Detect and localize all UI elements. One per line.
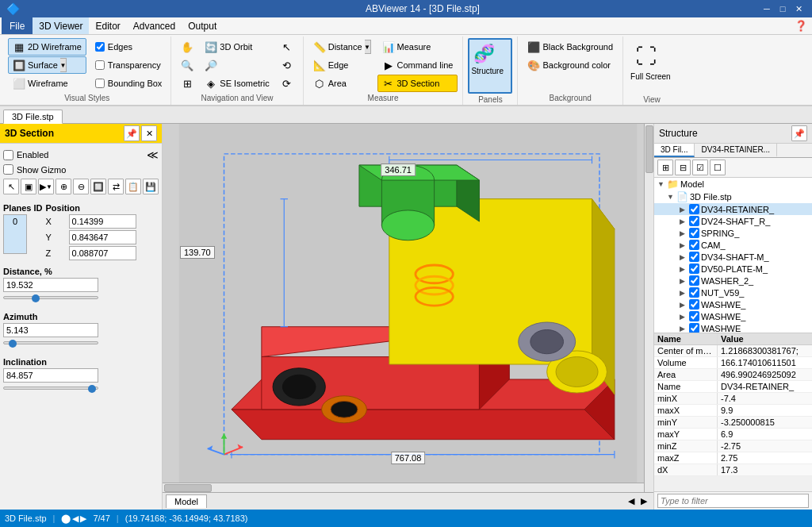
tool-del[interactable]: ⊖ bbox=[73, 179, 89, 194]
azimuth-slider-thumb[interactable] bbox=[9, 340, 17, 348]
section-close-button[interactable]: ✕ bbox=[141, 125, 157, 141]
struct-collapse-btn[interactable]: ⊟ bbox=[675, 160, 691, 175]
btn-zoom2[interactable]: 🔎 bbox=[200, 56, 274, 74]
inclination-slider-thumb[interactable] bbox=[88, 385, 96, 393]
tree-checkbox-6[interactable] bbox=[689, 275, 699, 286]
minimize-button[interactable]: ─ bbox=[760, 2, 774, 15]
btn-fullscreen[interactable]: ⛶ Full Screen bbox=[628, 38, 676, 94]
struct-tab-file[interactable]: 3D Fil... bbox=[654, 144, 695, 157]
structure-pin-button[interactable]: 📌 bbox=[791, 125, 807, 141]
x-input[interactable] bbox=[69, 214, 136, 229]
tool-add[interactable]: ⊕ bbox=[56, 179, 71, 194]
menu-output[interactable]: Output bbox=[182, 17, 223, 34]
tree-checkbox-7[interactable] bbox=[689, 287, 699, 298]
struct-check-btn[interactable]: ☑ bbox=[692, 160, 708, 175]
tree-item-0[interactable]: ▶ DV34-RETAINER_ bbox=[654, 203, 812, 215]
collapse-icon[interactable]: ≪ bbox=[147, 148, 159, 161]
btn-black-bg[interactable]: ⬛ Black Background bbox=[523, 38, 618, 56]
surface-dropdown[interactable]: ▼ bbox=[60, 58, 67, 72]
tree-checkbox-4[interactable] bbox=[689, 252, 699, 262]
struct-tab-part[interactable]: DV34-RETAINER... bbox=[695, 144, 777, 157]
btn-structure[interactable]: 🧬 Structure bbox=[468, 38, 512, 94]
tree-item-7[interactable]: ▶ NUT_V59_ bbox=[654, 287, 812, 298]
btn-zoom[interactable]: 🔍 bbox=[176, 56, 198, 74]
menu-file[interactable]: File bbox=[2, 17, 33, 34]
close-button[interactable]: ✕ bbox=[791, 2, 806, 15]
inclination-input[interactable] bbox=[3, 368, 98, 383]
model-area[interactable]: 346.71 139.70 767.08 bbox=[163, 124, 653, 492]
tree-checkbox-10[interactable] bbox=[689, 323, 699, 333]
edges-checkbox[interactable] bbox=[95, 42, 105, 52]
transparency-checkbox[interactable] bbox=[95, 60, 105, 70]
distance-slider-thumb[interactable] bbox=[32, 294, 40, 302]
menu-3dviewer[interactable]: 3D Viewer bbox=[33, 17, 89, 34]
tree-file[interactable]: ▼ 📄 3D File.stp bbox=[654, 190, 812, 203]
azimuth-input[interactable] bbox=[3, 323, 98, 337]
tree-checkbox-0[interactable] bbox=[689, 204, 699, 214]
tool-select[interactable]: ↖ bbox=[3, 179, 19, 194]
btn-distance[interactable]: 📏 Distance ▼ bbox=[308, 38, 376, 56]
viewport[interactable]: 346.71 139.70 767.08 Model ◀ ▶ bbox=[163, 124, 653, 510]
tree-item-1[interactable]: ▶ DV24-SHAFT_R_ bbox=[654, 215, 812, 227]
tree-checkbox-8[interactable] bbox=[689, 299, 699, 310]
btn-wireframe[interactable]: ⬜ Wireframe bbox=[8, 75, 86, 92]
menu-advanced[interactable]: Advanced bbox=[127, 17, 182, 34]
tree-item-2[interactable]: ▶ SPRING_ bbox=[654, 227, 812, 239]
btn-2d-wireframe[interactable]: ▦ 2D Wireframe bbox=[8, 38, 86, 56]
btn-bg-color[interactable]: 🎨 Background color bbox=[523, 56, 618, 74]
tree-item-8[interactable]: ▶ WASHWE_ bbox=[654, 298, 812, 310]
help-icon[interactable]: ❓ bbox=[795, 20, 807, 32]
bounding-box-checkbox[interactable] bbox=[95, 79, 105, 88]
enabled-checkbox-row[interactable]: Enabled ≪ bbox=[3, 147, 159, 163]
btn-se-isometric[interactable]: ◈ SE Isometric bbox=[200, 75, 274, 92]
tool-plane[interactable]: ▣ bbox=[21, 179, 36, 194]
tree-checkbox-1[interactable] bbox=[689, 216, 699, 226]
y-input[interactable] bbox=[69, 230, 136, 244]
show-gizmo-checkbox[interactable] bbox=[3, 164, 13, 175]
section-pin-button[interactable]: 📌 bbox=[124, 125, 140, 141]
filter-input[interactable] bbox=[657, 494, 809, 508]
btn-area[interactable]: ⬡ Area bbox=[308, 75, 376, 92]
struct-expand-btn[interactable]: ⊞ bbox=[657, 160, 673, 175]
distance-dropdown[interactable]: ▼ bbox=[365, 40, 371, 54]
tree-item-3[interactable]: ▶ CAM_ bbox=[654, 239, 812, 251]
btn-measure[interactable]: 📊 Measure bbox=[377, 38, 458, 56]
tool-cap[interactable]: 🔲 bbox=[90, 179, 106, 194]
btn-cmdline[interactable]: ▶ Command line bbox=[377, 56, 458, 74]
tool-export[interactable]: 💾 bbox=[143, 179, 159, 194]
check-edges[interactable]: Edges bbox=[91, 38, 167, 56]
tree-item-4[interactable]: ▶ DV34-SHAFT-M_ bbox=[654, 251, 812, 263]
z-input[interactable] bbox=[69, 246, 136, 260]
tree-item-5[interactable]: ▶ DV50-PLATE-M_ bbox=[654, 263, 812, 275]
btn-nav2[interactable]: ⟲ bbox=[276, 56, 298, 74]
tree-item-6[interactable]: ▶ WASHER_2_ bbox=[654, 275, 812, 287]
menu-editor[interactable]: Editor bbox=[89, 17, 126, 34]
tool-flip[interactable]: ⇄ bbox=[108, 179, 124, 194]
btn-fit[interactable]: ⊞ bbox=[176, 75, 198, 92]
viewport-scroll-right[interactable]: ▶ bbox=[638, 496, 650, 506]
tool-copy[interactable]: 📋 bbox=[125, 179, 141, 194]
tree-area[interactable]: ▼ 📁 Model ▼ 📄 3D File.stp ▶ DV34-RETAINE… bbox=[654, 178, 812, 333]
tree-checkbox-3[interactable] bbox=[689, 240, 699, 250]
scrollbar-bottom[interactable] bbox=[163, 483, 644, 492]
check-bounding-box[interactable]: Bounding Box bbox=[91, 75, 167, 92]
btn-3dorbit[interactable]: 🔄 3D Orbit bbox=[200, 38, 274, 56]
planes-id-box[interactable]: 0 bbox=[3, 214, 27, 254]
show-gizmo-checkbox-row[interactable]: Show Gizmo bbox=[3, 163, 159, 176]
tree-checkbox-2[interactable] bbox=[689, 228, 699, 238]
btn-pan[interactable]: ✋ bbox=[176, 38, 198, 56]
tree-item-10[interactable]: ▶ WASHWE_ bbox=[654, 322, 812, 333]
viewport-tab-model[interactable]: Model bbox=[166, 494, 207, 508]
scrollbar-right[interactable] bbox=[644, 124, 653, 492]
restore-button[interactable]: □ bbox=[776, 2, 790, 15]
tool-arrow[interactable]: ▶▼ bbox=[38, 179, 54, 194]
tree-item-9[interactable]: ▶ WASHWE_ bbox=[654, 310, 812, 322]
doc-tab-3dfile[interactable]: 3D File.stp bbox=[3, 110, 63, 124]
tree-checkbox-5[interactable] bbox=[689, 264, 699, 274]
btn-3dsection[interactable]: ✂ 3D Section bbox=[377, 75, 458, 92]
struct-uncheck-btn[interactable]: ☐ bbox=[710, 160, 726, 175]
btn-edge[interactable]: 📐 Edge bbox=[308, 56, 376, 74]
btn-nav1[interactable]: ↖ bbox=[276, 38, 298, 56]
enabled-checkbox[interactable] bbox=[3, 150, 13, 160]
tree-model[interactable]: ▼ 📁 Model bbox=[654, 178, 812, 190]
